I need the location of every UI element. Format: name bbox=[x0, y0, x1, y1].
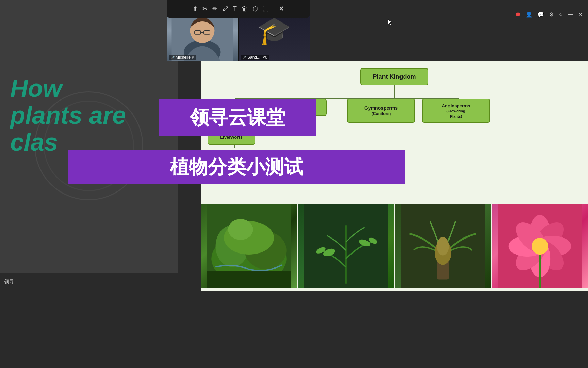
mouse-cursor bbox=[387, 19, 394, 26]
angiosperms-label: Angiosperms(FloweringPlants) bbox=[442, 103, 470, 119]
cycad-svg bbox=[395, 204, 491, 288]
draw-icon[interactable]: ✏ bbox=[212, 5, 217, 13]
shapes-icon[interactable]: ⬡ bbox=[252, 5, 258, 13]
text-icon[interactable]: T bbox=[233, 5, 237, 13]
close-window-icon[interactable]: ✕ bbox=[578, 11, 583, 18]
cursor-svg bbox=[387, 19, 394, 26]
slide-content: How plants are clas bbox=[0, 0, 178, 291]
pen-icon[interactable]: 🖊 bbox=[222, 5, 228, 13]
left-panel: How plants are clas 领寻 bbox=[0, 0, 178, 291]
chat-icon[interactable]: 💬 bbox=[537, 11, 544, 18]
svg-rect-19 bbox=[207, 271, 291, 288]
sandy-name: Sand... bbox=[247, 55, 260, 60]
settings-icon[interactable]: ⚙ bbox=[549, 11, 554, 18]
slide-title: How plants are clas bbox=[10, 75, 126, 156]
banner-bottom: 植物分类小测试 bbox=[68, 150, 405, 184]
banner-top: 领寻云课堂 bbox=[159, 99, 316, 136]
sandy-name-label: 🎤 Sand... ×0 bbox=[241, 55, 269, 60]
michelle-name: Michelle K bbox=[176, 55, 194, 60]
minimize-icon[interactable]: — bbox=[568, 11, 573, 17]
gymnosperms-box: Gymnosperms(Conifers) bbox=[347, 99, 415, 123]
gymnosperms-label: Gymnosperms(Conifers) bbox=[364, 105, 398, 116]
fern-svg bbox=[298, 204, 394, 288]
sandy-score: ×0 bbox=[263, 55, 267, 60]
svg-point-18 bbox=[228, 219, 253, 240]
star-icon[interactable]: ☆ bbox=[558, 11, 563, 18]
top-right-controls: ⏺ 👤 💬 ⚙ ☆ — ✕ bbox=[513, 10, 588, 19]
plant-kingdom-box: Plant Kingdom bbox=[360, 68, 428, 85]
plant-kingdom-label: Plant Kingdom bbox=[373, 73, 416, 80]
cycad-image bbox=[395, 204, 491, 288]
michelle-name-label: 🎤 Michelle K bbox=[169, 55, 196, 60]
moss-svg bbox=[201, 204, 297, 288]
sandy-mic-icon: 🎤 bbox=[242, 56, 246, 59]
bottom-area bbox=[201, 291, 588, 368]
sandy-avatar-emoji: 🎓 bbox=[257, 17, 291, 44]
fern-image bbox=[298, 204, 394, 288]
slide-title-line1: How bbox=[10, 75, 126, 102]
banner-bottom-text: 植物分类小测试 bbox=[170, 156, 303, 178]
bottom-watermark-bar: 领寻 bbox=[0, 273, 178, 291]
cursor-icon[interactable]: ⬆ bbox=[193, 5, 198, 13]
user-icon[interactable]: 👤 bbox=[526, 11, 533, 18]
expand-icon[interactable]: ⛶ bbox=[263, 5, 269, 13]
record-icon[interactable]: ⏺ bbox=[515, 11, 521, 18]
michelle-mic-icon: 🎤 bbox=[170, 56, 175, 59]
angiosperms-box: Angiosperms(FloweringPlants) bbox=[422, 99, 490, 123]
top-toolbar: ⬆ ✂ ✏ 🖊 T 🗑 ⬡ ⛶ ✕ bbox=[167, 0, 310, 18]
flower-image bbox=[492, 204, 588, 288]
slide-title-line2: plants are bbox=[10, 102, 126, 129]
close-button[interactable]: ✕ bbox=[279, 5, 284, 13]
bottom-watermark-text: 领寻 bbox=[4, 279, 14, 285]
select-icon[interactable]: ✂ bbox=[202, 5, 208, 13]
moss-image bbox=[201, 204, 297, 288]
svg-point-38 bbox=[532, 238, 548, 255]
svg-point-28 bbox=[437, 237, 449, 256]
flower-svg bbox=[492, 204, 588, 288]
banner-top-text: 领寻云课堂 bbox=[190, 107, 285, 128]
plant-images-row bbox=[201, 204, 588, 288]
delete-icon[interactable]: 🗑 bbox=[242, 5, 248, 13]
